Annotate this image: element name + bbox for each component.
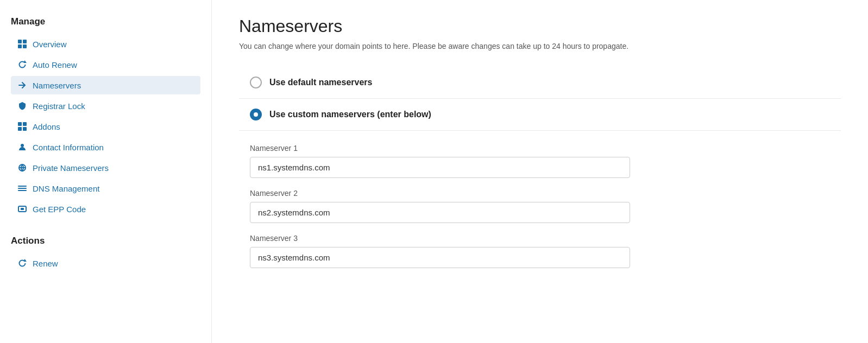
sidebar-item-auto-renew[interactable]: Auto Renew bbox=[11, 55, 200, 74]
manage-section-title: Manage bbox=[11, 16, 200, 27]
main-content: Nameservers You can change where your do… bbox=[212, 0, 868, 343]
page-subtitle: You can change where your domain points … bbox=[239, 42, 841, 50]
nameserver-1-input[interactable] bbox=[250, 157, 630, 178]
sidebar-item-nameservers-label: Nameservers bbox=[33, 81, 81, 90]
radio-custom-nameservers[interactable]: Use custom nameservers (enter below) bbox=[239, 99, 841, 131]
nameserver-2-field: Nameserver 2 bbox=[250, 189, 830, 223]
svg-rect-4 bbox=[18, 122, 22, 126]
sidebar-item-contact-information[interactable]: Contact Information bbox=[11, 138, 200, 156]
svg-rect-6 bbox=[18, 127, 22, 131]
private-ns-icon bbox=[17, 163, 27, 173]
svg-rect-11 bbox=[21, 208, 24, 210]
nameserver-2-label: Nameserver 2 bbox=[250, 189, 830, 198]
radio-custom-circle bbox=[250, 109, 262, 120]
radio-default-nameservers[interactable]: Use default nameservers bbox=[239, 67, 841, 99]
nameserver-1-label: Nameserver 1 bbox=[250, 144, 830, 153]
manage-nav: Overview Auto Renew bbox=[11, 35, 200, 218]
page-title: Nameservers bbox=[239, 16, 841, 36]
sidebar-item-dns-management[interactable]: DNS Management bbox=[11, 179, 200, 198]
sidebar-item-registrar-lock[interactable]: Registrar Lock bbox=[11, 97, 200, 115]
radio-default-circle bbox=[250, 77, 262, 88]
sidebar-item-renew[interactable]: Renew bbox=[11, 254, 200, 272]
shield-icon bbox=[17, 101, 27, 111]
nameserver-form: Nameserver 1 Nameserver 2 Nameserver 3 bbox=[239, 131, 841, 292]
svg-rect-2 bbox=[18, 45, 22, 48]
svg-rect-1 bbox=[23, 40, 27, 43]
grid-icon bbox=[17, 39, 27, 49]
sidebar-item-private-nameservers[interactable]: Private Nameservers bbox=[11, 158, 200, 177]
sidebar-item-contact-information-label: Contact Information bbox=[33, 143, 104, 152]
svg-rect-3 bbox=[23, 45, 27, 48]
sidebar-item-dns-management-label: DNS Management bbox=[33, 184, 99, 193]
sidebar-item-overview-label: Overview bbox=[33, 40, 67, 49]
sidebar-item-nameservers[interactable]: Nameservers bbox=[11, 76, 200, 94]
radio-custom-label: Use custom nameservers (enter below) bbox=[269, 110, 431, 119]
dns-icon bbox=[17, 183, 27, 193]
nameserver-3-label: Nameserver 3 bbox=[250, 234, 830, 243]
sidebar-item-renew-label: Renew bbox=[33, 259, 58, 268]
sidebar-item-private-nameservers-label: Private Nameservers bbox=[33, 163, 109, 173]
sidebar-item-addons[interactable]: Addons bbox=[11, 117, 200, 136]
addons-icon bbox=[17, 122, 27, 131]
svg-rect-0 bbox=[18, 40, 22, 43]
epp-icon bbox=[17, 204, 27, 214]
nameserver-3-input[interactable] bbox=[250, 247, 630, 268]
arrow-icon bbox=[17, 80, 27, 90]
actions-section-title: Actions bbox=[11, 236, 200, 246]
svg-rect-7 bbox=[23, 127, 27, 131]
renew-icon bbox=[17, 258, 27, 268]
radio-default-label: Use default nameservers bbox=[269, 78, 372, 87]
svg-point-8 bbox=[21, 144, 24, 147]
actions-nav: Renew bbox=[11, 254, 200, 272]
sidebar-item-get-epp-code-label: Get EPP Code bbox=[33, 205, 86, 214]
nameserver-2-input[interactable] bbox=[250, 202, 630, 223]
svg-rect-5 bbox=[23, 122, 27, 126]
refresh-icon bbox=[17, 60, 27, 69]
sidebar-item-get-epp-code[interactable]: Get EPP Code bbox=[11, 200, 200, 218]
person-icon bbox=[17, 142, 27, 152]
nameserver-1-field: Nameserver 1 bbox=[250, 144, 830, 178]
sidebar-item-auto-renew-label: Auto Renew bbox=[33, 60, 77, 69]
sidebar-item-addons-label: Addons bbox=[33, 122, 60, 131]
sidebar-item-registrar-lock-label: Registrar Lock bbox=[33, 101, 85, 111]
sidebar-item-overview[interactable]: Overview bbox=[11, 35, 200, 53]
sidebar: Manage Overview bbox=[0, 0, 212, 343]
nameserver-3-field: Nameserver 3 bbox=[250, 234, 830, 268]
